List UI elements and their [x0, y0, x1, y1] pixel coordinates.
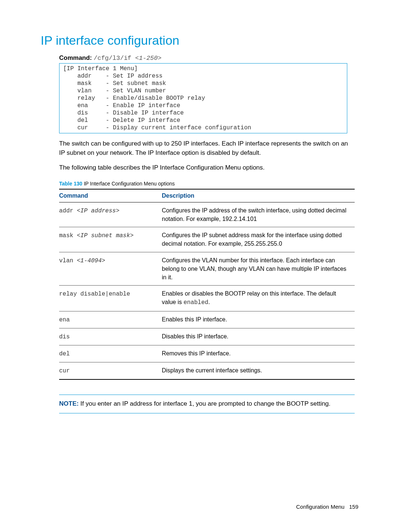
page-title: IP interface configuration	[41, 33, 358, 48]
cmd-cell: relay disable|enable	[59, 286, 162, 311]
footer-page: 159	[349, 504, 358, 510]
cmd-cell: addr <IP address>	[59, 202, 162, 227]
cmd-text: addr	[59, 208, 77, 214]
table-row: addr <IP address> Configures the IP addr…	[59, 202, 355, 227]
options-table: Command Description addr <IP address> Co…	[59, 189, 355, 380]
cmd-cell: del	[59, 345, 162, 362]
command-line: Command: /cfg/l3/if <1-250>	[59, 54, 358, 62]
desc-cell: Removes this IP interface.	[162, 345, 355, 362]
note-box: NOTE: If you enter an IP address for int…	[59, 395, 355, 413]
th-description: Description	[162, 189, 355, 202]
command-arg: <1-250>	[135, 55, 161, 62]
paragraph-1: The switch can be configured with up to …	[59, 139, 355, 157]
table-number: Table 130	[59, 181, 82, 187]
desc-cell: Enables this IP interface.	[162, 311, 355, 328]
command-label: Command:	[59, 54, 92, 61]
cmd-arg: <1-4094>	[77, 258, 105, 264]
cmd-cell: ena	[59, 311, 162, 328]
cmd-text: del	[59, 351, 70, 357]
table-row: dis Disables this IP interface.	[59, 328, 355, 345]
table-row: cur Displays the current interface setti…	[59, 362, 355, 380]
cmd-text: ena	[59, 317, 70, 323]
desc-mono: enabled	[184, 299, 208, 306]
note-text: If you enter an IP address for interface…	[79, 400, 331, 407]
cmd-cell: cur	[59, 362, 162, 380]
table-row: del Removes this IP interface.	[59, 345, 355, 362]
desc-cell: Enables or disables the BOOTP relay on t…	[162, 286, 355, 311]
desc-post: .	[208, 299, 210, 305]
cmd-text: relay disable|enable	[59, 291, 130, 297]
table-row: relay disable|enable Enables or disables…	[59, 286, 355, 311]
code-box: [IP Interface 1 Menu] addr - Set IP addr…	[59, 63, 347, 133]
command-path: /cfg/l3/if	[94, 55, 135, 62]
cmd-arg: <IP address>	[77, 208, 119, 214]
cmd-cell: mask <IP subnet mask>	[59, 227, 162, 252]
table-row: mask <IP subnet mask> Configures the IP …	[59, 227, 355, 252]
footer-section: Configuration Menu	[296, 504, 345, 510]
cmd-text: vlan	[59, 258, 77, 264]
cmd-cell: dis	[59, 328, 162, 345]
page: IP interface configuration Command: /cfg…	[0, 0, 399, 532]
desc-cell: Configures the IP subnet address mask fo…	[162, 227, 355, 252]
paragraph-2: The following table describes the IP Int…	[59, 163, 355, 173]
desc-cell: Displays the current interface settings.	[162, 362, 355, 380]
cmd-text: cur	[59, 368, 70, 374]
table-caption: Table 130 IP Interface Configuration Men…	[59, 181, 358, 187]
cmd-text: dis	[59, 334, 70, 340]
cmd-text: mask	[59, 232, 77, 239]
cmd-arg: <IP subnet mask>	[77, 232, 134, 239]
desc-cell: Configures the IP address of the switch …	[162, 202, 355, 227]
desc-cell: Disables this IP interface.	[162, 328, 355, 345]
table-caption-text: IP Interface Configuration Menu options	[82, 181, 175, 187]
th-command: Command	[59, 189, 162, 202]
desc-cell: Configures the VLAN number for this inte…	[162, 252, 355, 286]
table-row: vlan <1-4094> Configures the VLAN number…	[59, 252, 355, 286]
page-footer: Configuration Menu 159	[296, 504, 358, 510]
note-label: NOTE:	[59, 400, 79, 407]
table-row: ena Enables this IP interface.	[59, 311, 355, 328]
cmd-cell: vlan <1-4094>	[59, 252, 162, 286]
table-header-row: Command Description	[59, 189, 355, 202]
